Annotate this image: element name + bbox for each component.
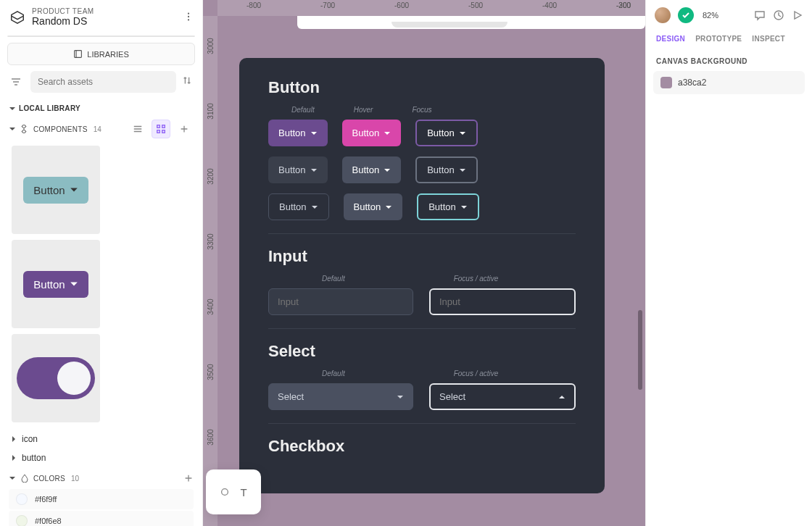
- canvas-bg-row[interactable]: a38ca2: [653, 71, 805, 94]
- chevron-down-icon: [9, 475, 16, 482]
- local-library-label: LOCAL LIBRARY: [19, 104, 80, 112]
- tab-inspect[interactable]: INSPECT: [752, 35, 784, 43]
- color-swatch: [16, 515, 28, 526]
- kebab-icon[interactable]: [183, 12, 195, 23]
- svg-rect-8: [157, 130, 160, 133]
- ds-select-focus[interactable]: Select: [429, 383, 576, 410]
- folder-icon[interactable]: icon: [0, 430, 202, 448]
- canvas[interactable]: -800 -700 -600 -500 -400 -300 -200 3000 …: [203, 0, 645, 526]
- chevron-down-icon: [385, 204, 392, 211]
- ds-button-tertiary-hover[interactable]: Button: [344, 193, 403, 220]
- local-library-header[interactable]: LOCAL LIBRARY: [0, 100, 202, 117]
- search-input[interactable]: [30, 71, 176, 93]
- ds-button-secondary-hover[interactable]: Button: [342, 156, 402, 183]
- ds-button-primary-focus[interactable]: Button: [415, 120, 478, 146]
- text-tool-icon[interactable]: T: [240, 486, 246, 498]
- chevron-right-icon: [10, 435, 17, 443]
- list-filter-icon[interactable]: [7, 73, 25, 91]
- color-item[interactable]: #f6f9ff: [9, 489, 194, 509]
- project-icon: [9, 9, 26, 26]
- add-color-icon[interactable]: [183, 473, 194, 483]
- svg-rect-9: [162, 130, 165, 133]
- divider: [268, 233, 576, 234]
- section-checkbox: Checkbox: [268, 437, 576, 456]
- chevron-down-icon: [384, 167, 391, 174]
- ds-button-primary-default[interactable]: Button: [268, 120, 328, 146]
- tab-layers[interactable]: LAYERS: [8, 36, 102, 37]
- add-component-icon[interactable]: [175, 120, 194, 138]
- grid-view-icon[interactable]: [152, 120, 170, 138]
- input-variant-labels: Default Focus / active: [268, 275, 576, 283]
- chevron-down-icon: [459, 167, 466, 174]
- ds-input-focus[interactable]: [429, 288, 576, 315]
- btn-label: Button: [352, 164, 380, 175]
- svg-rect-5: [22, 130, 26, 133]
- chevron-down-icon: [310, 130, 318, 137]
- section-button-title: Button: [268, 78, 576, 97]
- play-icon[interactable]: [792, 9, 803, 21]
- svg-rect-4: [22, 125, 26, 128]
- color-item[interactable]: #f0f6e8: [9, 511, 194, 526]
- color-hex: #f6f9ff: [35, 495, 57, 504]
- variant-default: Default: [322, 370, 345, 377]
- chevron-down-icon: [310, 167, 318, 174]
- section-checkbox-title: Checkbox: [268, 437, 576, 456]
- chevron-down-icon: [70, 185, 78, 194]
- btn-label: Button: [354, 201, 381, 212]
- book-icon: [73, 49, 83, 59]
- zoom-level[interactable]: 82%: [703, 11, 718, 20]
- ds-select-default[interactable]: Select: [268, 383, 413, 410]
- component-thumb-toggle[interactable]: [12, 334, 100, 422]
- ds-input-default[interactable]: [268, 288, 413, 315]
- components-header[interactable]: COMPONENTS 14: [0, 117, 202, 146]
- ds-button-secondary-default[interactable]: Button: [268, 156, 328, 183]
- variant-focus-active: Focus / active: [454, 370, 499, 377]
- left-panel: PRODUCT TEAM Random DS LAYERS ASSETS LIB…: [0, 0, 203, 526]
- btn-label: Button: [352, 128, 380, 138]
- svg-rect-7: [162, 125, 165, 128]
- avatar[interactable]: [655, 7, 671, 23]
- colors-label: COLORS: [33, 475, 65, 483]
- tab-assets[interactable]: ASSETS: [102, 36, 195, 37]
- frame-notch: [392, 22, 508, 28]
- ruler-vertical: 3000 3100 3200 3300 3400 3500 3600 3700: [203, 16, 218, 526]
- libraries-button[interactable]: LIBRARIES: [7, 43, 195, 65]
- component-thumbnails: Button Button: [0, 146, 202, 430]
- variant-hover: Hover: [354, 106, 373, 114]
- ds-button-secondary-focus[interactable]: Button: [415, 156, 478, 183]
- component-thumb-button-teal[interactable]: Button: [12, 146, 100, 234]
- section-button: Button Default Hover Focus Button Button…: [268, 78, 576, 220]
- tab-design[interactable]: DESIGN: [656, 35, 685, 43]
- project-team: PRODUCT TEAM: [32, 7, 94, 15]
- section-select: Select Default Focus / active Select Sel…: [268, 342, 576, 410]
- folder-button[interactable]: button: [0, 448, 202, 467]
- design-system-panel[interactable]: Button Default Hover Focus Button Button…: [239, 58, 605, 493]
- search-row: [0, 71, 202, 100]
- ds-button-tertiary-focus[interactable]: Button: [417, 193, 479, 220]
- tab-prototype[interactable]: PROTOTYPE: [695, 35, 742, 43]
- shape-tool-icon[interactable]: [220, 487, 230, 497]
- ds-button-primary-hover[interactable]: Button: [342, 120, 402, 146]
- ds-button-tertiary-default[interactable]: Button: [268, 193, 329, 220]
- svg-point-0: [188, 12, 189, 14]
- component-thumb-button-purple[interactable]: Button: [12, 240, 100, 328]
- chevron-right-icon: [10, 454, 17, 462]
- thumb-button-purple: Button: [23, 271, 88, 298]
- project-name[interactable]: Random DS: [32, 15, 94, 27]
- droplet-icon: [20, 474, 29, 483]
- list-view-icon[interactable]: [128, 120, 147, 138]
- components-label: COMPONENTS: [33, 125, 88, 133]
- comment-icon[interactable]: [754, 9, 766, 21]
- variant-focus-active: Focus / active: [454, 275, 499, 283]
- component-icon: [20, 125, 29, 133]
- btn-label: Button: [278, 164, 306, 175]
- sort-icon[interactable]: [182, 75, 195, 88]
- canvas-scrollbar[interactable]: [638, 310, 642, 390]
- sync-status-icon[interactable]: [678, 7, 694, 23]
- divider: [268, 423, 576, 424]
- colors-header[interactable]: COLORS 10: [0, 467, 202, 488]
- history-icon[interactable]: [773, 9, 784, 21]
- button-variant-labels: Default Hover Focus: [268, 106, 576, 114]
- chevron-down-icon: [384, 130, 391, 137]
- section-input: Input Default Focus / active: [268, 247, 576, 315]
